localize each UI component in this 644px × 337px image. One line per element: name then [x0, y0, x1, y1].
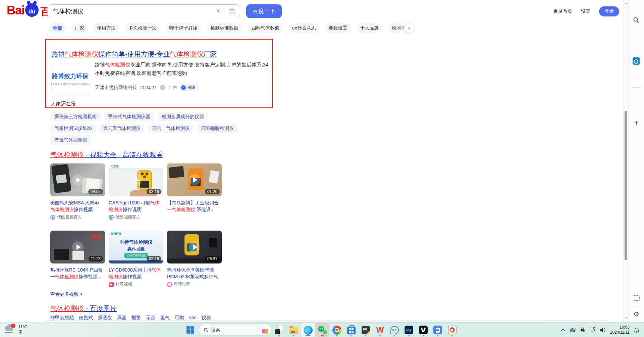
filter-tab-1[interactable]: 全部: [49, 23, 65, 33]
related-search-pill[interactable]: 检测金属成分的仪器: [158, 112, 208, 122]
filter-tab-5[interactable]: 哪个牌子好用: [166, 23, 201, 33]
image-tag-link[interactable]: 便携式: [79, 315, 93, 321]
related-search-pill[interactable]: 逸云天气体检测仪: [99, 124, 145, 133]
page-scrollbar[interactable]: ▲ ▼: [623, 0, 628, 322]
nav-baidu-home[interactable]: 百度首页: [553, 8, 572, 14]
sidebar-divider-bottom: [631, 306, 641, 306]
video-title-link[interactable]: 美国梅思安MSA 天鹰4x 气体检测仪操作视频: [50, 199, 105, 213]
filter-tab-8[interactable]: ex什么意思: [289, 23, 319, 33]
task-view-button[interactable]: [272, 323, 286, 337]
more-videos-link[interactable]: 查看更多视频 >: [50, 291, 83, 297]
video-title-link[interactable]: 热持环保分享美国华瑞PGM-6208泵吸式多种气体...: [167, 267, 222, 280]
video-thumbnail[interactable]: 万安迪03:16: [109, 163, 163, 196]
chrome-icon[interactable]: [330, 323, 343, 337]
search-input[interactable]: [48, 5, 213, 18]
related-search-pill[interactable]: 探伤第三方检测机构: [50, 112, 101, 122]
taskbar-search[interactable]: 搜索: [199, 325, 271, 335]
clear-icon[interactable]: ✕: [213, 8, 224, 15]
edge-browser-icon[interactable]: [301, 323, 315, 337]
chat-app-icon[interactable]: [388, 323, 401, 337]
related-search-pill[interactable]: 有毒气体探测器: [50, 135, 91, 145]
login-button[interactable]: 登录: [599, 6, 619, 16]
scrollbar-up-arrow[interactable]: ▲: [624, 2, 629, 5]
video-thumbnail[interactable]: 06:31: [167, 231, 222, 263]
image-tag-link[interactable]: 氢气: [160, 315, 170, 321]
docs-app-icon[interactable]: [431, 323, 444, 337]
highlight-keyword: 气体检测仪: [50, 151, 84, 158]
related-search-pill[interactable]: 手持式气体检测仪器: [104, 112, 154, 122]
video-card: 01:20【青岛路博】工业级四合一气体检测仪 系统设...: [167, 163, 222, 220]
capcut-icon[interactable]: [417, 323, 430, 337]
video-title-link[interactable]: 热持环保RC-104K-P四合一气体检测仪操作视频...: [50, 267, 105, 280]
image-tag-link[interactable]: voc: [189, 315, 197, 321]
video-duration: 08:16: [147, 256, 161, 261]
related-search-pill[interactable]: 气密性测试仪f620: [50, 124, 96, 133]
photoshop-icon[interactable]: Ps: [402, 323, 416, 337]
network-icon[interactable]: [590, 327, 596, 333]
swirl-app-icon[interactable]: [445, 323, 459, 337]
screenshot-snip-icon[interactable]: [631, 293, 642, 303]
weather-widget[interactable]: 1 11°C 雾: [4, 324, 27, 335]
image-tag-link[interactable]: 可燃: [175, 315, 184, 321]
microsoft-store-icon[interactable]: [344, 323, 358, 337]
play-icon[interactable]: [189, 174, 200, 186]
guarantee-badge[interactable]: ✓ 保障: [180, 84, 199, 91]
settings-gear-icon[interactable]: ⚙: [631, 309, 642, 320]
image-tag-link[interactable]: 探测仪: [98, 315, 112, 321]
related-search-pill[interactable]: 四氢噻吩检测仪: [197, 124, 238, 133]
volume-icon[interactable]: [600, 328, 606, 333]
filter-tab-2[interactable]: 厂家: [71, 23, 88, 33]
video-title-link[interactable]: GASTiger1000 可燃气体检测仪操作说明: [109, 199, 163, 213]
image-tag-link[interactable]: 非甲烷总烃: [50, 315, 74, 321]
play-icon[interactable]: [72, 241, 84, 253]
image-tag-link[interactable]: 风量: [117, 315, 126, 321]
notes-app-icon[interactable]: [359, 323, 372, 337]
play-icon[interactable]: [130, 174, 142, 186]
clock[interactable]: 10:03 2024/11/11: [610, 325, 630, 335]
decor: [419, 326, 428, 334]
filter-tab-9[interactable]: 参数设置: [325, 23, 351, 33]
onedrive-paused-icon[interactable]: [570, 328, 576, 333]
video-thumbnail[interactable]: 04:55: [50, 163, 105, 196]
video-thumbnail[interactable]: 01:20: [167, 163, 222, 196]
related-search-pill[interactable]: 四合一气体检测仪: [148, 124, 194, 133]
ad-result-title[interactable]: 路博气体检测仪操作简单-使用方便-专业气体检测仪厂家: [51, 50, 217, 59]
images-section-title[interactable]: 气体检测仪 - 百度图片: [50, 304, 117, 313]
play-icon[interactable]: [72, 174, 84, 186]
nav-settings[interactable]: 设置: [581, 8, 590, 14]
search-button[interactable]: 百度一下: [246, 4, 282, 18]
start-button[interactable]: [186, 326, 195, 334]
filter-tab-7[interactable]: 四种气体数值: [248, 23, 283, 33]
sidebar-search-icon[interactable]: [631, 15, 642, 26]
ime-language-indicator[interactable]: 英: [580, 327, 585, 333]
video-thumbnail[interactable]: 热持11:23: [50, 231, 105, 263]
filter-tab-10[interactable]: 十大品牌: [357, 23, 382, 33]
image-tag-link[interactable]: 仪器: [202, 315, 211, 321]
video-thumbnail[interactable]: 路博环保手持气体检测仪操作视频LY-GD6000型08:16: [109, 231, 163, 263]
highlight-keyword: 气体检测仪: [172, 207, 195, 212]
file-explorer-icon[interactable]: [287, 323, 300, 337]
camera-icon[interactable]: [224, 8, 240, 14]
scrollbar-thumb[interactable]: [625, 111, 627, 260]
notification-bell-icon[interactable]: [634, 327, 639, 333]
filter-tab-4[interactable]: 多久检测一次: [125, 23, 160, 33]
video-section-title[interactable]: 气体检测仪 - 视频大全 - 高清在线观看: [50, 150, 163, 159]
image-tag-link[interactable]: 报警: [131, 315, 141, 321]
sidebar-add-icon[interactable]: +: [631, 117, 642, 128]
wps-office-icon[interactable]: W: [373, 323, 387, 337]
wechat-icon[interactable]: [316, 323, 329, 337]
play-icon[interactable]: [130, 241, 142, 253]
video-title-link[interactable]: LY-GD6000系列手持气体检测仪操作视频: [109, 267, 163, 280]
filter-tab-3[interactable]: 使用方法: [94, 23, 119, 33]
decor: [186, 330, 190, 334]
outlook-icon[interactable]: [631, 56, 642, 66]
play-icon[interactable]: [189, 241, 200, 253]
result-dropdown-icon[interactable]: ⌄: [160, 85, 165, 90]
filter-tab-6[interactable]: 检测标准数据: [207, 23, 242, 33]
image-tag-link[interactable]: 示踪: [146, 315, 155, 321]
tabs-more-arrow[interactable]: ›: [405, 23, 414, 33]
scrollbar-down-arrow[interactable]: ▼: [624, 316, 629, 319]
tray-chevron-up-icon[interactable]: [561, 329, 565, 331]
ad-thumbnail[interactable]: 路博致力环保 专业设备 全国行货 知名厂家 服务到位: [51, 63, 89, 95]
video-title-link[interactable]: 【青岛路博】工业级四合一气体检测仪 系统设...: [167, 199, 222, 213]
